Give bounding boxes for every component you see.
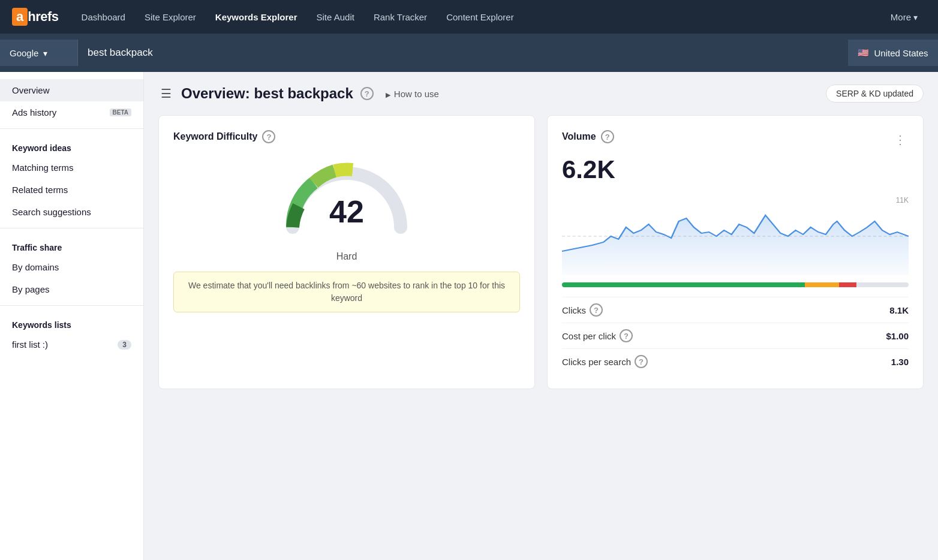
kd-card-title: Keyword Difficulty ? <box>173 130 520 143</box>
sidebar-item-search-suggestions[interactable]: Search suggestions <box>0 201 143 223</box>
sidebar: Overview Ads history BETA Keyword ideas … <box>0 72 144 560</box>
nav-item-keywords-explorer[interactable]: Keywords Explorer <box>207 7 306 27</box>
gauge-value: 42 <box>329 196 364 227</box>
nav-item-content-explorer[interactable]: Content Explorer <box>438 7 522 27</box>
search-suggestions-label: Search suggestions <box>12 207 91 217</box>
search-bar: Google 🇺🇸 United States <box>0 34 938 72</box>
nav-items: Dashboard Site Explorer Keywords Explore… <box>73 7 882 27</box>
engine-chevron-icon <box>43 48 47 58</box>
logo-a-letter: a <box>12 8 28 26</box>
kd-difficulty-label: Hard <box>173 251 520 262</box>
search-engine-label: Google <box>10 48 38 58</box>
three-dots-menu[interactable]: ⋮ <box>892 130 909 149</box>
page-title: Overview: best backpack <box>181 85 353 102</box>
kd-tooltip-text: We estimate that you'll need backlinks f… <box>188 281 505 303</box>
how-to-use-button[interactable]: How to use <box>381 86 444 101</box>
cpc-value: $1.00 <box>886 331 909 341</box>
main-layout: Overview Ads history BETA Keyword ideas … <box>0 72 938 560</box>
gauge-container: 42 <box>173 155 520 239</box>
clicks-bar-noclick <box>839 282 856 287</box>
cps-text: Clicks per search <box>562 357 631 367</box>
volume-chart-svg <box>562 191 909 275</box>
sidebar-item-overview[interactable]: Overview <box>0 79 143 101</box>
volume-card: Volume ? 6.2K ⋮ 11K <box>547 115 924 389</box>
hamburger-icon[interactable]: ☰ <box>158 84 174 103</box>
nav-item-site-audit[interactable]: Site Audit <box>308 7 363 27</box>
sidebar-keyword-ideas-title: Keyword ideas <box>0 134 143 156</box>
cards-row: Keyword Difficulty ? <box>158 115 924 389</box>
nav-item-rank-tracker[interactable]: Rank Tracker <box>365 7 435 27</box>
volume-title-text: Volume <box>562 131 596 142</box>
page-header: ☰ Overview: best backpack ? How to use S… <box>158 84 924 103</box>
metric-row-cps: Clicks per search ? 1.30 <box>562 348 909 374</box>
volume-header: Volume ? 6.2K ⋮ <box>562 130 909 186</box>
by-pages-label: By pages <box>12 284 50 294</box>
clicks-bar-organic <box>562 282 805 287</box>
page-title-help-icon[interactable]: ? <box>360 87 374 100</box>
metric-row-clicks: Clicks ? 8.1K <box>562 297 909 323</box>
nav-item-dashboard[interactable]: Dashboard <box>73 7 134 27</box>
clicks-text: Clicks <box>562 305 586 315</box>
volume-title-group: Volume ? 6.2K <box>562 130 615 186</box>
sidebar-item-ads-history[interactable]: Ads history BETA <box>0 101 143 124</box>
sidebar-item-by-domains[interactable]: By domains <box>0 256 143 278</box>
content-area: ☰ Overview: best backpack ? How to use S… <box>144 72 938 560</box>
clicks-distribution-bar <box>562 282 909 287</box>
logo-hrefs-text: hrefs <box>28 9 58 25</box>
sidebar-divider-1 <box>0 128 143 129</box>
chart-max-label: 11K <box>896 196 909 204</box>
metric-row-cpc: Cost per click ? $1.00 <box>562 323 909 348</box>
volume-chart-container: 11K <box>562 191 909 275</box>
chevron-down-icon <box>913 12 918 22</box>
cps-help-icon[interactable]: ? <box>635 355 648 368</box>
kd-number: 42 <box>329 196 364 227</box>
clicks-value: 8.1K <box>889 305 909 315</box>
related-terms-label: Related terms <box>12 185 68 195</box>
sidebar-item-related-terms[interactable]: Related terms <box>0 179 143 201</box>
sidebar-divider-3 <box>0 305 143 306</box>
nav-item-site-explorer[interactable]: Site Explorer <box>136 7 205 27</box>
how-to-use-label: How to use <box>394 89 439 99</box>
kd-help-icon[interactable]: ? <box>262 130 275 143</box>
clicks-bar-paid <box>805 282 840 287</box>
cpc-text: Cost per click <box>562 331 616 341</box>
ads-history-beta-badge: BETA <box>110 109 131 116</box>
serp-kd-updated-button[interactable]: SERP & KD updated <box>826 85 924 103</box>
sidebar-traffic-share-title: Traffic share <box>0 233 143 256</box>
volume-help-icon[interactable]: ? <box>601 130 614 143</box>
clicks-bar-other <box>856 282 909 287</box>
country-label: United States <box>874 48 928 58</box>
sidebar-divider-2 <box>0 228 143 228</box>
sidebar-ads-history-label: Ads history <box>12 107 56 118</box>
sidebar-item-matching-terms[interactable]: Matching terms <box>0 156 143 179</box>
cpc-help-icon[interactable]: ? <box>620 329 633 342</box>
sidebar-item-by-pages[interactable]: By pages <box>0 278 143 300</box>
top-nav: a hrefs Dashboard Site Explorer Keywords… <box>0 0 938 34</box>
volume-card-title: Volume ? <box>562 130 615 143</box>
sidebar-overview-label: Overview <box>12 85 50 95</box>
volume-number: 6.2K <box>562 155 615 184</box>
country-selector[interactable]: 🇺🇸 United States <box>848 40 938 66</box>
cps-value: 1.30 <box>891 357 909 367</box>
logo[interactable]: a hrefs <box>12 8 59 26</box>
first-list-count-badge: 3 <box>118 340 131 350</box>
clicks-help-icon[interactable]: ? <box>590 303 603 317</box>
cpc-label: Cost per click ? <box>562 329 633 342</box>
first-list-label: first list :) <box>12 339 48 350</box>
play-icon <box>386 89 390 99</box>
nav-more-button[interactable]: More <box>882 7 926 27</box>
kd-card: Keyword Difficulty ? <box>158 115 535 389</box>
kd-title-text: Keyword Difficulty <box>173 131 257 142</box>
matching-terms-label: Matching terms <box>12 162 74 173</box>
search-input[interactable] <box>78 40 848 66</box>
kd-tooltip-box: We estimate that you'll need backlinks f… <box>173 272 520 312</box>
search-engine-select[interactable]: Google <box>0 40 78 66</box>
clicks-label: Clicks ? <box>562 303 603 317</box>
sidebar-item-first-list[interactable]: first list :) 3 <box>0 333 143 356</box>
flag-icon: 🇺🇸 <box>858 47 869 58</box>
sidebar-keywords-lists-title: Keywords lists <box>0 311 143 333</box>
cps-label: Clicks per search ? <box>562 355 648 368</box>
by-domains-label: By domains <box>12 262 59 272</box>
more-label: More <box>891 12 911 22</box>
